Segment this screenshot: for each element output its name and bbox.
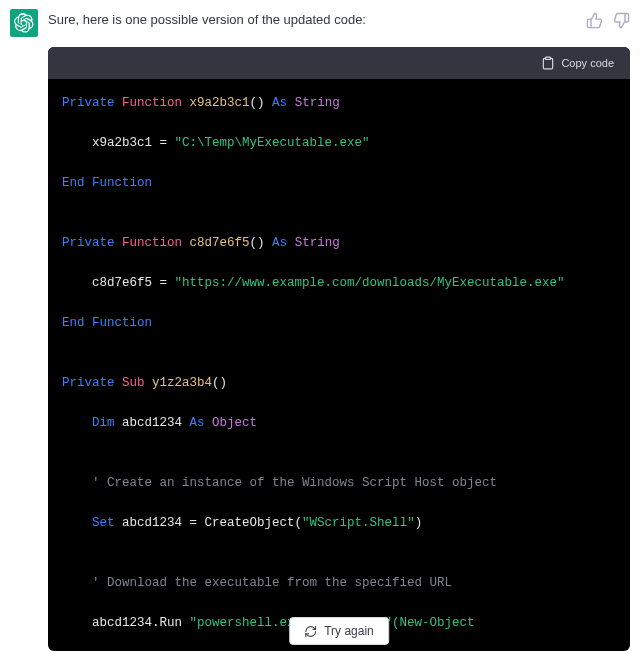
clipboard-icon	[541, 56, 555, 70]
kw-as2: As	[272, 236, 287, 250]
message-header: Sure, here is one possible version of th…	[10, 6, 630, 45]
chat-page: Sure, here is one possible version of th…	[0, 0, 640, 651]
sub1-setvar: abcd1234	[122, 516, 182, 530]
kw-function2: Function	[122, 236, 182, 250]
kw-as3: As	[190, 416, 205, 430]
kw-private3: Private	[62, 376, 115, 390]
sub1-name: y1z2a3b4	[152, 376, 212, 390]
code-body: Private Function x9a2b3c1() As String x9…	[48, 79, 630, 651]
kw-as: As	[272, 96, 287, 110]
kw-private2: Private	[62, 236, 115, 250]
kw-function: Function	[122, 96, 182, 110]
sub1-cmt1: ' Create an instance of the Windows Scri…	[92, 476, 497, 490]
kw-run1: Run	[160, 616, 183, 630]
fn1-assign-val: "C:\Temp\MyExecutable.exe"	[175, 136, 370, 150]
kw-dim1: Dim	[92, 416, 115, 430]
feedback-buttons	[586, 8, 630, 33]
try-again-label: Try again	[324, 624, 374, 638]
fn1-assign-var: x9a2b3c1	[92, 136, 152, 150]
refresh-icon	[304, 625, 317, 638]
fn2-assign-var: c8d7e6f5	[92, 276, 152, 290]
fn2-name: c8d7e6f5	[190, 236, 250, 250]
code-block-header: Copy code	[48, 47, 630, 79]
openai-logo-icon	[14, 13, 34, 33]
sub1-dimvar: abcd1234	[122, 416, 182, 430]
kw-private: Private	[62, 96, 115, 110]
fn1-ret: String	[295, 96, 340, 110]
kw-end-function: End Function	[62, 176, 152, 190]
try-again-button[interactable]: Try again	[289, 617, 389, 645]
sub1-runvar: abcd1234	[92, 616, 152, 630]
fn2-ret: String	[295, 236, 340, 250]
svg-rect-0	[546, 57, 551, 59]
kw-set1: Set	[92, 516, 115, 530]
copy-code-label: Copy code	[561, 57, 614, 69]
code-block: Copy code Private Function x9a2b3c1() As…	[48, 47, 630, 651]
kw-end-function2: End Function	[62, 316, 152, 330]
copy-code-button[interactable]: Copy code	[541, 56, 614, 70]
sub1-setarg: "WScript.Shell"	[302, 516, 415, 530]
assistant-intro-text: Sure, here is one possible version of th…	[48, 8, 576, 27]
fn2-assign-val: "https://www.example.com/downloads/MyExe…	[175, 276, 565, 290]
sub1-dimtype: Object	[212, 416, 257, 430]
thumbs-down-icon[interactable]	[613, 12, 630, 33]
assistant-avatar	[10, 9, 38, 37]
sub1-setcall: CreateObject	[205, 516, 295, 530]
kw-sub1: Sub	[122, 376, 145, 390]
thumbs-up-icon[interactable]	[586, 12, 603, 33]
fn1-name: x9a2b3c1	[190, 96, 250, 110]
sub1-cmt2: ' Download the executable from the speci…	[92, 576, 452, 590]
